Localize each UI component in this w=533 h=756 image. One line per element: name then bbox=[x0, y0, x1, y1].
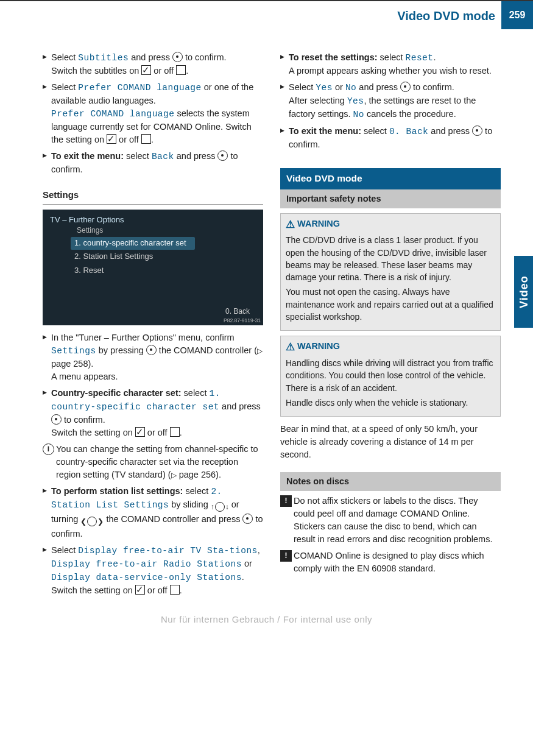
page-ref-icon: ▷ bbox=[171, 471, 177, 479]
controller-press-icon bbox=[217, 150, 228, 161]
label-exit: To exit the menu: bbox=[51, 151, 124, 161]
checkbox-on-icon bbox=[135, 585, 145, 595]
text: and press bbox=[219, 401, 261, 411]
fig-row-1: 1. country-specific character set bbox=[71, 237, 195, 250]
menu-data-stations: Display data-service-only Stations bbox=[51, 573, 242, 582]
screenshot-tv-options: TV – Further Options Settings 1. country… bbox=[43, 210, 263, 325]
fig-row-2: 2. Station List Settings bbox=[71, 250, 257, 264]
text: Select bbox=[289, 82, 316, 92]
text: Switch the setting on bbox=[51, 428, 135, 437]
step-exit-menu: To exit the menu: select Back and press … bbox=[43, 150, 263, 176]
text: . bbox=[180, 585, 182, 595]
step-subtitles: Select Subtitles and press to confirm. S… bbox=[43, 51, 263, 77]
text: cancels the procedure. bbox=[364, 109, 456, 119]
text: , bbox=[258, 545, 260, 555]
step-prefer-language: Select Prefer COMAND language or one of … bbox=[43, 81, 263, 146]
menu-tv-stations: Display free-to-air TV Sta‐tions bbox=[78, 546, 257, 556]
checkbox-off-icon bbox=[170, 427, 180, 437]
divider bbox=[43, 204, 263, 205]
fig-title: TV – Further Options bbox=[50, 214, 124, 226]
menu-reset: Reset bbox=[406, 53, 434, 63]
checkbox-on-icon bbox=[135, 427, 145, 437]
warning-icon: ⚠ bbox=[286, 217, 295, 233]
header-bar: Video DVD mode 259 bbox=[0, 0, 533, 29]
warning-text: Handling discs while driving will distra… bbox=[286, 357, 495, 394]
text: select bbox=[182, 388, 210, 398]
caution-note-2: ! COMAND Online is designed to play disc… bbox=[280, 549, 501, 575]
page-ref-icon: ▷ bbox=[257, 347, 263, 355]
info-icon: i bbox=[43, 443, 54, 455]
text: to confirm. bbox=[411, 82, 454, 92]
step-reset: To reset the settings: select Reset. A p… bbox=[280, 51, 501, 77]
text: Select bbox=[51, 52, 78, 62]
heading-settings: Settings bbox=[43, 188, 263, 202]
warning-box-2: ⚠ WARNING Handling discs while driving w… bbox=[280, 336, 501, 417]
text: or off bbox=[151, 66, 176, 76]
text: . bbox=[434, 52, 436, 62]
controller-press-icon bbox=[172, 52, 183, 62]
text: the COMAND controller ( bbox=[157, 345, 257, 355]
text: or off bbox=[145, 585, 170, 595]
step-yes-no: Select Yes or No and press to confirm. A… bbox=[280, 81, 501, 121]
text: A menu appears. bbox=[51, 372, 118, 381]
text: and press bbox=[428, 126, 472, 136]
text: or off bbox=[116, 135, 141, 144]
text: or off bbox=[145, 428, 170, 437]
info-note-charset: i You can change the setting from channe… bbox=[43, 443, 263, 481]
warning-icon: ⚠ bbox=[286, 340, 295, 355]
label-country-charset: Country-specific character set: bbox=[51, 388, 182, 398]
controller-press-icon bbox=[146, 345, 157, 355]
menu-settings: Settings bbox=[51, 346, 96, 356]
warning-text: Handle discs only when the vehicle is st… bbox=[286, 397, 495, 409]
text: You can change the setting from channel-… bbox=[56, 444, 258, 479]
section-video-dvd: Video DVD mode bbox=[280, 168, 501, 189]
caution-icon: ! bbox=[280, 550, 292, 562]
step-display-stations: Select Display free-to-air TV Sta‐tions,… bbox=[43, 544, 263, 597]
text: by sliding bbox=[169, 500, 211, 509]
text: Do not affix stickers or labels to the d… bbox=[294, 496, 492, 544]
controller-press-icon bbox=[242, 514, 253, 524]
step-country-charset: Country-specific character set: select 1… bbox=[43, 387, 263, 439]
fig-subtitle: Settings bbox=[77, 225, 103, 236]
text: . bbox=[151, 135, 154, 144]
subsection-safety: Important safety notes bbox=[280, 189, 501, 208]
label-exit: To exit the menu: bbox=[289, 126, 361, 136]
text: A prompt appears asking whether you wish… bbox=[289, 66, 492, 76]
page-number: 259 bbox=[501, 1, 533, 29]
warning-text: The CD/DVD drive is a class 1 laser prod… bbox=[286, 234, 495, 283]
text: and press bbox=[356, 82, 400, 92]
text: or bbox=[242, 559, 252, 568]
caution-note-1: ! Do not affix stickers or labels to the… bbox=[280, 495, 501, 546]
warning-label: WARNING bbox=[297, 341, 340, 351]
text: to confirm. bbox=[183, 52, 227, 62]
text: In the "Tuner – Further Options" menu, c… bbox=[51, 333, 235, 342]
menu-prefer-comand: Prefer COMAND language bbox=[51, 109, 174, 119]
side-tab-label: Video bbox=[515, 275, 531, 308]
checkbox-on-icon bbox=[107, 134, 116, 144]
text: select bbox=[361, 126, 389, 136]
text: by pressing bbox=[96, 345, 146, 355]
label-station-list: To perform station list settings: bbox=[51, 486, 183, 496]
controller-slide-icon bbox=[211, 500, 229, 513]
controller-press-icon bbox=[400, 82, 411, 92]
text: COMAND Online is designed to play discs … bbox=[294, 551, 484, 573]
text: the COMAND controller and press bbox=[104, 514, 242, 524]
controller-press-icon bbox=[51, 414, 62, 425]
text: . bbox=[180, 428, 182, 437]
fig-code: P82.87-9119-31 bbox=[224, 317, 261, 324]
checkbox-off-icon bbox=[141, 134, 151, 144]
text: Select bbox=[51, 82, 78, 92]
controller-press-icon bbox=[472, 125, 482, 136]
side-tab-video: Video bbox=[514, 256, 533, 328]
page-ref: page 258 bbox=[51, 359, 88, 369]
warning-box-1: ⚠ WARNING The CD/DVD drive is a class 1 … bbox=[280, 213, 501, 331]
menu-0-back: 0. Back bbox=[389, 127, 428, 136]
text: After selecting bbox=[289, 96, 347, 105]
watermark: Nur für internen Gebrauch / For internal… bbox=[0, 613, 533, 626]
step-open-settings: In the "Tuner – Further Options" menu, c… bbox=[43, 331, 263, 383]
text: Select bbox=[51, 545, 78, 555]
menu-no: No bbox=[345, 83, 356, 93]
step-station-list: To perform station list settings: select… bbox=[43, 485, 263, 540]
checkbox-on-icon bbox=[141, 65, 151, 75]
menu-back: Back bbox=[152, 152, 174, 161]
